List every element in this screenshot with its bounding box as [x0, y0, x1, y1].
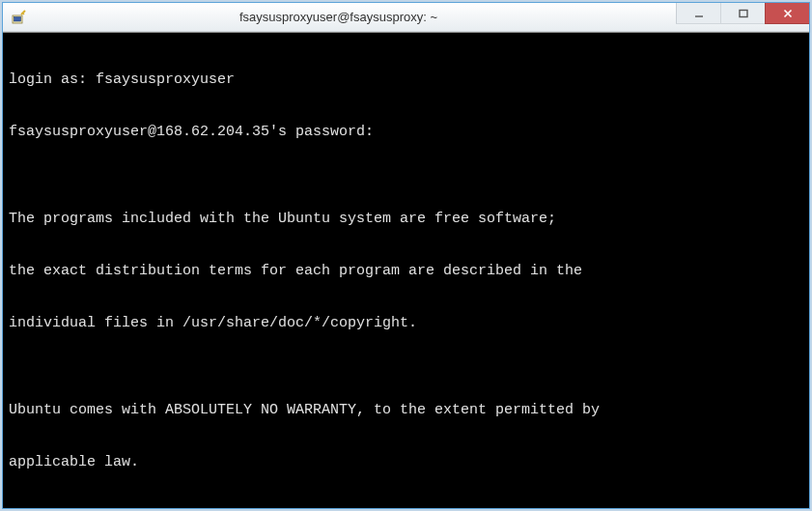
terminal-line: applicable law.	[9, 454, 803, 471]
minimize-button[interactable]	[676, 3, 720, 24]
minimize-icon	[693, 8, 705, 19]
window-controls	[676, 3, 809, 24]
terminal-window: fsaysusproxyuser@fsaysusproxy: ~ login	[2, 2, 810, 509]
putty-icon	[11, 10, 26, 25]
terminal-body[interactable]: login as: fsaysusproxyuser fsaysusproxyu…	[3, 32, 809, 508]
terminal-line: individual files in /usr/share/doc/*/cop…	[9, 315, 803, 332]
close-icon	[782, 8, 794, 19]
svg-line-3	[23, 13, 25, 14]
terminal-line: fsaysusproxyuser@168.62.204.35's passwor…	[9, 124, 803, 141]
terminal-line: the exact distribution terms for each pr…	[9, 263, 803, 280]
terminal-line: login as: fsaysusproxyuser	[9, 71, 803, 89]
close-button[interactable]	[765, 3, 809, 24]
svg-rect-1	[14, 16, 21, 21]
terminal-line: Ubuntu comes with ABSOLUTELY NO WARRANTY…	[9, 402, 803, 419]
window-title: fsaysusproxyuser@fsaysusproxy: ~	[3, 10, 674, 24]
titlebar[interactable]: fsaysusproxyuser@fsaysusproxy: ~	[3, 3, 809, 32]
terminal-line: The programs included with the Ubuntu sy…	[9, 211, 803, 228]
maximize-button[interactable]	[720, 3, 765, 24]
svg-rect-5	[740, 10, 747, 16]
maximize-icon	[738, 8, 749, 19]
